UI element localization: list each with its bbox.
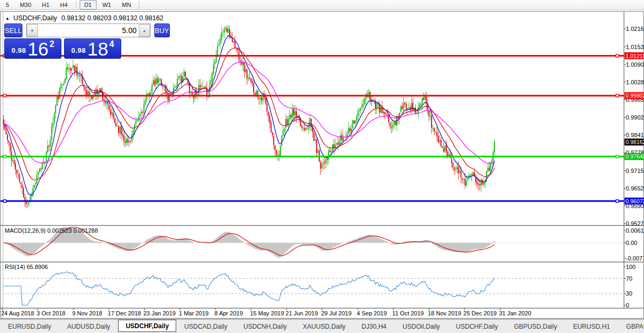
line-handle[interactable] <box>4 94 6 97</box>
collapse-panel-arrow-icon[interactable]: ▲ <box>5 16 10 21</box>
timeframe-button-mn[interactable]: MN <box>117 0 136 10</box>
chart-tab-dj30-h4[interactable]: DJ30,H4 <box>354 320 395 333</box>
sell-price-big: 16 <box>28 41 49 57</box>
rsi-tick-label: 100 <box>626 264 635 270</box>
date-tick-label: 4 Sep 2019 <box>357 310 387 316</box>
macd-tick-label: -0.00774 <box>626 255 644 261</box>
price-tick-label: 1.00900 <box>626 61 644 68</box>
rsi-tick-label: 70 <box>626 275 632 282</box>
macd-label: MACD(12,26,9) 0.002523 0.001288 <box>5 227 98 234</box>
line-handle[interactable] <box>4 155 6 158</box>
date-tick-label: 1 Mar 2019 <box>179 310 209 316</box>
timeframe-button-h1[interactable]: H1 <box>37 0 54 10</box>
price-highlight-label: 0.97648 <box>626 153 644 160</box>
date-tick-label: 9 Nov 2018 <box>72 310 102 316</box>
price-tick-label: 0.95275 <box>626 220 644 227</box>
toolbar-separator <box>139 1 139 9</box>
chart-tab-gbpaud-h1[interactable]: GBPAUD,H1 <box>618 320 644 333</box>
chart-title-ohlc: 0.98132 0.98203 0.98132 0.98162 <box>61 14 163 22</box>
chart-tab-audusd-daily[interactable]: AUDUSD,Daily <box>59 320 119 333</box>
volume-increase-button[interactable]: ▲ <box>139 24 150 37</box>
chart-tab-bar: EURUSD,DailyAUDUSD,DailyUSDCHF,DailyUSDC… <box>0 319 644 333</box>
volume-decrease-button[interactable]: ▼ <box>27 24 38 37</box>
chart-tab-eurusd-h1[interactable]: EURUSD,H1 <box>565 320 618 333</box>
chart-tab-usdcnh-daily[interactable]: USDCNH,Daily <box>235 320 295 333</box>
chart-title: ▲ USDCHF,Daily 0.98132 0.98203 0.98132 0… <box>5 14 163 22</box>
line-handle[interactable] <box>616 94 619 97</box>
price-highlight-label: 0.98162 <box>626 139 644 145</box>
triangle-down-icon: ▼ <box>30 29 34 33</box>
price-highlight-label: 1.01211 <box>626 53 644 59</box>
chart-tab-usdoil-daily[interactable]: USDOil,Daily <box>395 320 448 333</box>
date-tick-label: 18 Nov 2019 <box>428 310 461 316</box>
line-handle[interactable] <box>616 54 619 57</box>
sell-price-prefix: 0.98 <box>11 46 26 54</box>
toolbar-separator <box>76 1 76 9</box>
timeframe-button-m30[interactable]: M30 <box>15 0 36 10</box>
sell-button[interactable]: SELL <box>4 23 22 37</box>
line-handle[interactable] <box>4 200 6 202</box>
date-tick-label: 8 Apr 2019 <box>215 310 243 316</box>
rsi-label: RSI(14) 65.8906 <box>5 264 48 270</box>
line-handle[interactable] <box>616 200 619 202</box>
chart-tab-xauusd-daily[interactable]: XAUUSD,Daily <box>295 320 354 333</box>
date-tick-label: 23 Jan 2019 <box>143 310 176 316</box>
one-click-trading-panel: SELL ▼ ▲ BUY 0.98 16 2 0.98 18 4 <box>4 23 121 59</box>
timeframe-button-h4[interactable]: H4 <box>56 0 73 10</box>
volume-input[interactable] <box>38 24 139 37</box>
price-tick-label: 0.98410 <box>626 132 644 138</box>
price-highlight-label: 0.96073 <box>626 198 644 204</box>
date-tick-label: 31 Jan 2020 <box>499 310 531 316</box>
rsi-tick-label: 30 <box>626 290 632 297</box>
chart-tab-eurusd-daily[interactable]: EURUSD,Daily <box>0 320 59 333</box>
timeframe-button-d1[interactable]: D1 <box>80 0 97 10</box>
price-tick-label: 1.00285 <box>626 79 644 85</box>
price-tick-label: 0.96520 <box>626 185 644 192</box>
date-tick-label: 21 Jun 2019 <box>286 310 318 316</box>
chart-tab-usdchf-daily[interactable]: USDCHF,Daily <box>118 320 176 332</box>
chart-title-symbol: USDCHF,Daily <box>13 14 57 22</box>
volume-spinner: ▼ ▲ <box>26 23 151 37</box>
date-tick-label: 15 May 2019 <box>250 310 284 316</box>
date-tick-label: 24 Aug 2018 <box>1 310 34 316</box>
timeframe-toolbar: 5M30H1H4D1W1MN <box>0 0 644 10</box>
chart-tab-usdcad-daily[interactable]: USDCAD,Daily <box>176 320 235 333</box>
buy-button[interactable]: BUY <box>154 23 170 37</box>
buy-price-display[interactable]: 0.98 18 4 <box>64 38 121 59</box>
line-handle[interactable] <box>616 155 619 158</box>
date-tick-label: 25 Dec 2019 <box>464 310 497 316</box>
chart-tab-usdchf-daily[interactable]: USDCHF,Daily <box>448 320 506 333</box>
date-tick-label: 11 Oct 2019 <box>392 310 424 316</box>
buy-price-prefix: 0.98 <box>71 46 85 54</box>
timeframe-button-5[interactable]: 5 <box>1 0 14 10</box>
price-tick-label: 0.97150 <box>626 168 644 174</box>
price-tick-label: 1.02160 <box>626 26 644 32</box>
chart-tab-gbpusd-daily[interactable]: GBPUSD,Daily <box>506 320 566 333</box>
date-tick-label: 29 Jul 2019 <box>321 310 351 316</box>
buy-price-big: 18 <box>88 41 108 57</box>
rsi-tick-label: 0 <box>626 302 629 308</box>
sell-price-pipette: 2 <box>50 39 54 49</box>
date-tick-label: 3 Oct 2018 <box>37 310 66 316</box>
timeframe-button-w1[interactable]: W1 <box>98 0 116 10</box>
triangle-up-icon: ▲ <box>143 29 146 33</box>
price-tick-label: 0.99025 <box>626 114 644 121</box>
macd-tick-label: 0.00 <box>626 240 637 246</box>
price-highlight-label: 0.99802 <box>626 92 644 99</box>
macd-tick-label: 0.006166 <box>626 227 644 234</box>
sell-price-display[interactable]: 0.98 16 2 <box>4 38 61 59</box>
price-tick-label: 1.01530 <box>626 44 644 50</box>
buy-price-pipette: 4 <box>109 39 114 49</box>
date-tick-label: 17 Dec 2018 <box>108 310 141 316</box>
